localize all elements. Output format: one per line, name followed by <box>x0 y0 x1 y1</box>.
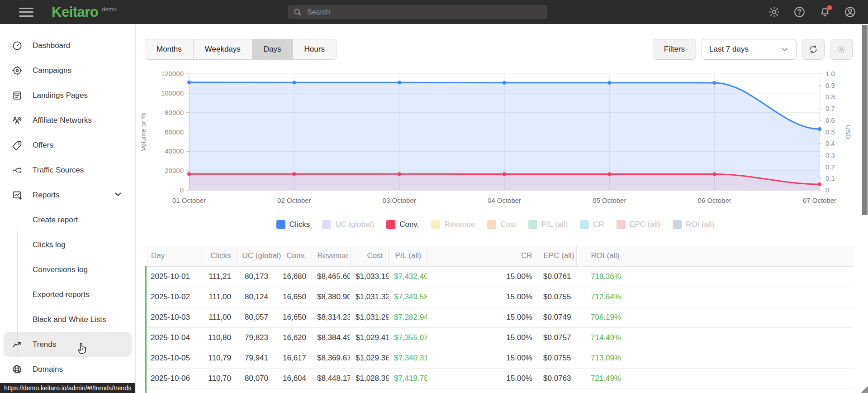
svg-text:0.3: 0.3 <box>825 151 835 159</box>
legend-item-roi-all[interactable]: ROI (all) <box>673 220 714 229</box>
legend-item-p-l-all[interactable]: P/L (all) <box>528 220 568 229</box>
globe-icon <box>12 364 23 375</box>
legend-item-epc-all[interactable]: EPC (all) <box>617 220 660 229</box>
legend-item-revenue[interactable]: Revenue <box>431 220 475 229</box>
vertical-scrollbar[interactable] <box>862 25 868 215</box>
svg-text:06 October: 06 October <box>698 196 731 204</box>
sidebar-item-create-report[interactable]: Create report <box>0 207 135 232</box>
cell-cr: 15.00% <box>427 348 538 368</box>
svg-text:$: $ <box>17 141 20 146</box>
sidebar-item-traffic-sources[interactable]: Traffic Sources <box>0 158 135 182</box>
search-input[interactable] <box>307 8 543 16</box>
gauge-icon <box>12 40 23 51</box>
settings-icon[interactable] <box>768 6 780 18</box>
cell-uc-global: 80,057 <box>237 307 274 327</box>
cell-cr: 15.00% <box>427 307 538 327</box>
cell-epc-all: $0.0761 <box>538 266 576 287</box>
split-icon <box>12 165 23 176</box>
legend-label: Cost <box>500 220 516 229</box>
cell-epc-all: $0.0755 <box>538 287 576 307</box>
sidebar-item-conversions-log[interactable]: Conversions log <box>0 257 135 282</box>
account-icon[interactable] <box>844 6 856 18</box>
sidebar-item-clicks-log[interactable]: Clicks log <box>0 232 135 257</box>
cell-day: 2025-10-02 <box>146 287 203 307</box>
column-header-revenue[interactable]: Revenue <box>312 246 350 266</box>
cell-day: 2025-10-03 <box>146 307 203 327</box>
sidebar-item-affiliate-networks[interactable]: Affiliate Networks <box>0 108 135 133</box>
cell-cost: $1,028.3930 <box>350 368 389 388</box>
table-row[interactable]: 2025-10-05110,7979,94116,617$8,369.67$1,… <box>146 348 854 368</box>
report-icon <box>12 190 23 201</box>
sidebar-item-trends[interactable]: Trends <box>4 332 132 357</box>
legend-swatch <box>487 220 496 229</box>
legend-item-uc-global[interactable]: UC (global) <box>322 220 374 229</box>
svg-text:0.7: 0.7 <box>825 105 835 112</box>
scrollbar-corner <box>861 386 868 393</box>
refresh-icon <box>808 44 819 55</box>
cell-conv: 16,617 <box>274 348 312 368</box>
cell-roi-all: 713.09% <box>576 348 854 368</box>
table-row[interactable]: 2025-10-01111,2180,17316,680$8,465.60$1,… <box>146 266 854 287</box>
sidebar-item-domains[interactable]: Domains <box>0 357 135 382</box>
legend-item-conv[interactable]: Conv. <box>386 220 419 229</box>
sidebar-item-reports[interactable]: Reports <box>0 182 135 207</box>
svg-text:20000: 20000 <box>165 167 184 174</box>
cell-cr: 15.00% <box>427 266 538 287</box>
cell-cr: 15.00% <box>427 388 538 393</box>
sidebar-item-exported-reports[interactable]: Exported reports <box>0 282 135 307</box>
table-row[interactable]: 2025-10-06110,7080,07016,604$8,448.17$1,… <box>146 368 854 388</box>
column-header-uc-global[interactable]: UC (global) <box>237 246 274 266</box>
sidebar-item-black-and-white-lists[interactable]: Black and White Lists <box>0 307 135 332</box>
legend-label: P/L (all) <box>541 220 568 229</box>
column-header-p-l-all[interactable]: P/L (all) <box>389 246 427 266</box>
column-header-roi-all[interactable]: ROI (all) <box>576 246 854 266</box>
help-icon[interactable] <box>793 6 806 18</box>
legend-label: Clicks <box>289 220 310 229</box>
sidebar-item-label: Reports <box>33 191 60 200</box>
cell-clicks: 111,00 <box>203 287 237 307</box>
cell-conv: 16,650 <box>274 307 312 327</box>
cell-conv: 6,642 <box>274 388 312 393</box>
column-header-clicks[interactable]: Clicks <box>203 246 237 266</box>
cell-revenue: $8,448.17 <box>312 368 350 388</box>
legend-swatch <box>673 220 682 229</box>
trends-chart[interactable]: 1200001000008000060000400002000001.00.90… <box>136 57 855 217</box>
table-row[interactable]: 2025-10-03111,0080,05716,650$8,314.23$1,… <box>146 307 854 327</box>
table-row[interactable]: 2025-10-04110,8079,82316,620$8,384.49$1,… <box>146 327 854 348</box>
table-row[interactable]: 2025-10-02111,0080,12416,650$8,380.90$1,… <box>146 287 854 307</box>
table-row[interactable]: 2025-10-0744,4844,4576,642$4,222.34$527.… <box>146 388 854 393</box>
legend-item-cost[interactable]: Cost <box>487 220 516 229</box>
column-header-cost[interactable]: Cost <box>350 246 389 266</box>
cell-p-l-all: $7,349.58 <box>389 287 427 307</box>
link-preview-statusbar: https://demo.keitaro.io/admin/#!/trends/… <box>0 383 135 393</box>
legend-swatch <box>276 220 285 229</box>
cell-day: 2025-10-06 <box>146 368 203 388</box>
legend-item-cr[interactable]: CR <box>580 220 604 229</box>
trends-table: DayClicksUC (global)Conv.RevenueCostP/L … <box>145 246 854 393</box>
global-search[interactable] <box>288 5 547 19</box>
sidebar-item-campaigns[interactable]: Campaigns <box>0 58 135 83</box>
cell-clicks: 110,70 <box>203 368 237 388</box>
legend-swatch <box>431 220 440 229</box>
sidebar-item-offers[interactable]: $Offers <box>0 133 135 158</box>
menu-toggle-icon[interactable] <box>19 8 33 17</box>
brand-logo[interactable]: Keitaro <box>52 4 98 20</box>
notifications-icon[interactable] <box>819 6 831 18</box>
column-header-cr[interactable]: CR <box>427 246 538 266</box>
cell-clicks: 44,48 <box>203 388 237 393</box>
cell-epc-all: $0.0755 <box>538 348 576 368</box>
column-header-day[interactable]: Day <box>146 246 203 266</box>
column-header-epc-all[interactable]: EPC (all) <box>538 246 576 266</box>
sidebar-item-label: Domains <box>33 365 63 374</box>
svg-text:Volume or %: Volume or % <box>139 113 147 151</box>
legend-item-clicks[interactable]: Clicks <box>276 220 310 229</box>
sidebar-item-dashboard[interactable]: Dashboard <box>0 33 135 58</box>
sidebar-item-landings-pages[interactable]: Landings Pages <box>0 83 135 108</box>
svg-text:03 October: 03 October <box>383 196 416 204</box>
sidebar-item-label: Campaigns <box>33 66 71 75</box>
cell-epc-all: $0.0748 <box>538 388 576 393</box>
svg-text:0.5: 0.5 <box>825 128 835 136</box>
sidebar-item-label: Exported reports <box>33 290 90 299</box>
legend-swatch <box>322 220 331 229</box>
cell-day: 2025-10-01 <box>146 266 203 287</box>
